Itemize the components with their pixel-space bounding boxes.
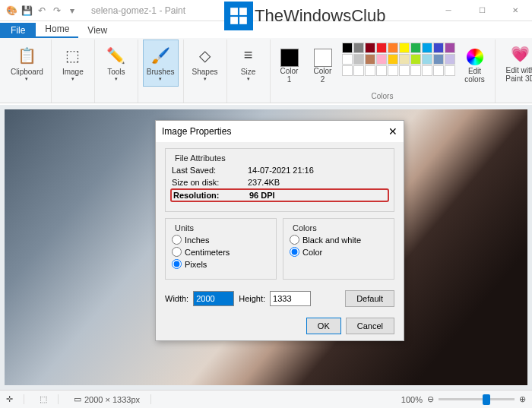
bw-radio[interactable]: Black and white xyxy=(290,235,388,245)
color-swatch[interactable] xyxy=(342,65,353,76)
last-saved-row: Last Saved: 14-07-2021 21:16 xyxy=(172,166,388,175)
redo-icon[interactable]: ↷ xyxy=(50,4,64,17)
color-swatch[interactable] xyxy=(353,54,364,65)
size-group: ≡ Size ▾ xyxy=(227,40,271,103)
maximize-button[interactable]: ☐ xyxy=(465,0,499,21)
color-swatch[interactable] xyxy=(410,65,421,76)
dialog-close-button[interactable]: ✕ xyxy=(388,125,397,138)
color-swatch[interactable] xyxy=(365,65,375,76)
zoom-thumb[interactable] xyxy=(483,394,490,405)
color-label: Color xyxy=(302,248,322,257)
height-input[interactable] xyxy=(270,291,311,306)
color1-swatch xyxy=(280,49,299,67)
color-swatch[interactable] xyxy=(410,54,421,65)
view-tab[interactable]: View xyxy=(78,23,116,38)
paint3d-group: 💗 Edit with Paint 3D xyxy=(496,40,533,103)
color-swatch[interactable] xyxy=(388,65,398,76)
save-icon[interactable]: 💾 xyxy=(20,4,33,17)
zoom-value: 100% xyxy=(401,395,423,404)
ok-button[interactable]: OK xyxy=(306,318,341,334)
color-swatch[interactable] xyxy=(422,54,432,65)
color-swatch[interactable] xyxy=(445,65,455,76)
color2-label: Color 2 xyxy=(314,67,332,84)
color-palette[interactable] xyxy=(342,43,455,76)
centimeters-radio[interactable]: Centimeters xyxy=(172,247,270,257)
zoom-slider[interactable] xyxy=(439,398,515,400)
brushes-button[interactable]: 🖌️ Brushes ▾ xyxy=(143,40,179,87)
clipboard-label: Clipboard xyxy=(11,68,43,76)
close-button[interactable]: ✕ xyxy=(499,0,532,21)
window-controls: ─ ☐ ✕ xyxy=(432,0,532,21)
color-swatch[interactable] xyxy=(445,54,455,65)
shapes-button[interactable]: ◇ Shapes ▾ xyxy=(188,40,222,87)
color-swatch[interactable] xyxy=(376,65,387,76)
color-swatch[interactable] xyxy=(365,54,375,65)
color2-button[interactable]: Color 2 xyxy=(309,43,337,90)
size-label: Size on disk: xyxy=(172,178,248,187)
dialog-body: File Attributes Last Saved: 14-07-2021 2… xyxy=(156,142,404,340)
qat-dropdown-icon[interactable]: ▾ xyxy=(65,4,79,17)
color-swatch[interactable] xyxy=(388,54,398,65)
color-swatch[interactable] xyxy=(422,65,432,76)
dialog-titlebar[interactable]: Image Properties ✕ xyxy=(156,121,404,142)
zoom-in-button[interactable]: ⊕ xyxy=(519,394,526,404)
tools-button[interactable]: ✏️ Tools ▾ xyxy=(100,40,133,87)
ribbon: 📋 Clipboard ▾ ⬚ Image ▾ ✏️ Tools ▾ 🖌️ Br… xyxy=(0,38,532,103)
quick-access-toolbar: 🎨 💾 ↶ ↷ ▾ xyxy=(0,4,84,17)
dropdown-icon: ▾ xyxy=(247,76,250,82)
color-swatch[interactable] xyxy=(376,43,387,53)
color-swatch[interactable] xyxy=(410,43,421,53)
color-swatch[interactable] xyxy=(433,54,444,65)
color-swatch[interactable] xyxy=(422,43,432,53)
dialog-title: Image Properties xyxy=(162,126,231,137)
color-swatch[interactable] xyxy=(399,65,410,76)
color-swatch[interactable] xyxy=(342,43,353,53)
image-button[interactable]: ⬚ Image ▾ xyxy=(56,40,90,87)
color-radio[interactable]: Color xyxy=(290,247,388,257)
canvas-dimensions: ▭ 2000 × 1333px xyxy=(74,394,151,404)
color-swatch[interactable] xyxy=(376,54,387,65)
edit-colors-button[interactable]: Edit colors xyxy=(460,43,490,90)
color-swatch[interactable] xyxy=(399,43,410,53)
dropdown-icon: ▾ xyxy=(204,76,207,82)
home-tab[interactable]: Home xyxy=(36,21,78,38)
paint3d-icon: 💗 xyxy=(510,43,531,65)
cancel-button[interactable]: Cancel xyxy=(346,318,394,334)
height-label: Height: xyxy=(239,294,265,303)
paint3d-button[interactable]: 💗 Edit with Paint 3D xyxy=(500,40,533,87)
color-swatch[interactable] xyxy=(399,54,410,65)
file-attributes-legend: File Attributes xyxy=(172,153,229,163)
size-icon: ≡ xyxy=(238,45,259,66)
color-swatch[interactable] xyxy=(433,65,444,76)
minimize-button[interactable]: ─ xyxy=(432,0,465,21)
color-swatch[interactable] xyxy=(388,43,398,53)
units-legend: Units xyxy=(172,223,197,232)
width-label: Width: xyxy=(165,294,188,303)
shapes-icon: ◇ xyxy=(195,45,216,66)
width-input[interactable] xyxy=(193,291,234,306)
inches-radio[interactable]: Inches xyxy=(172,235,270,245)
color-swatch[interactable] xyxy=(365,43,375,53)
watermark-text: TheWindowsClub xyxy=(255,6,385,26)
dropdown-icon: ▾ xyxy=(115,76,118,82)
default-button[interactable]: Default xyxy=(345,290,394,307)
zoom-out-button[interactable]: ⊖ xyxy=(427,394,434,404)
clipboard-button[interactable]: 📋 Clipboard ▾ xyxy=(8,40,46,87)
size-button[interactable]: ≡ Size ▾ xyxy=(232,40,265,87)
tools-group: ✏️ Tools ▾ xyxy=(95,40,138,103)
pixels-radio[interactable]: Pixels xyxy=(172,259,270,269)
color-swatch[interactable] xyxy=(445,43,455,53)
colors-group: Color 1 Color 2 Edit colors Colors xyxy=(271,40,496,103)
color-swatch[interactable] xyxy=(353,43,364,53)
dimensions-value: 2000 × 1333px xyxy=(84,395,140,404)
zoom-control: 100% ⊖ ⊕ xyxy=(401,394,526,404)
bw-label: Black and white xyxy=(302,236,361,245)
undo-icon[interactable]: ↶ xyxy=(35,4,49,17)
color-swatch[interactable] xyxy=(353,65,364,76)
svg-rect-0 xyxy=(230,8,238,15)
color-swatch[interactable] xyxy=(433,43,444,53)
color1-button[interactable]: Color 1 xyxy=(275,43,304,90)
color-swatch[interactable] xyxy=(342,54,353,65)
image-group: ⬚ Image ▾ xyxy=(52,40,95,103)
file-tab[interactable]: File xyxy=(0,23,36,38)
